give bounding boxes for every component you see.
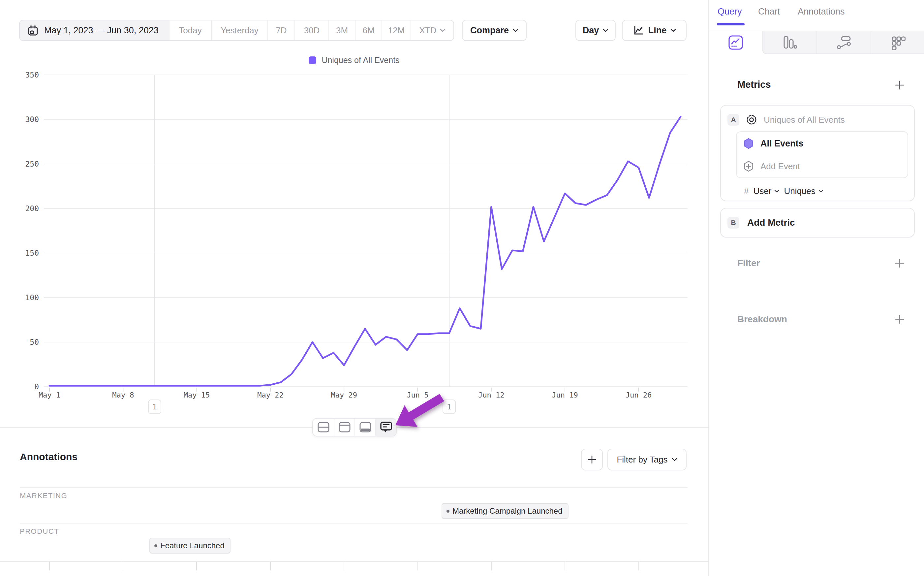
metrics-heading: Metrics: [737, 79, 771, 90]
aggregation-row: # User Uniques: [744, 186, 823, 196]
add-filter-plus-icon[interactable]: [894, 258, 905, 269]
view-flows-tab[interactable]: [817, 31, 871, 54]
plus-icon: [587, 454, 597, 464]
metric-a-name: Uniques of All Events: [764, 115, 845, 125]
filter-section-label: Filter: [737, 258, 760, 269]
annotation-dot-icon: [447, 510, 450, 513]
annotation-marker-badge[interactable]: 1: [442, 400, 456, 414]
insights-line-icon: [728, 35, 743, 50]
layout-panel-top-button[interactable]: [334, 419, 354, 436]
panel-top-icon: [338, 421, 351, 433]
line-chart[interactable]: 050100150200250300350May 1May 8May 15May…: [0, 0, 709, 416]
retention-dots-icon: [890, 35, 905, 50]
annotation-pill-marketing-campaign[interactable]: Marketing Campaign Launched: [442, 503, 568, 519]
svg-text:300: 300: [25, 115, 39, 124]
metric-a-header[interactable]: A Uniques of All Events: [728, 114, 845, 126]
metric-b-badge: B: [728, 217, 739, 229]
add-metric-label: Add Metric: [747, 218, 795, 228]
svg-text:Jun 26: Jun 26: [626, 391, 652, 399]
chevron-down-icon: [672, 458, 677, 461]
layout-comments-button[interactable]: [375, 419, 396, 436]
annotation-marker-badge[interactable]: 1: [148, 400, 161, 414]
chevron-down-icon: [774, 190, 779, 193]
tab-annotations[interactable]: Annotations: [798, 6, 845, 17]
tab-chart[interactable]: Chart: [758, 6, 780, 17]
aggregation-entity-dropdown[interactable]: User: [753, 186, 779, 196]
add-metric-plus-icon[interactable]: [894, 80, 905, 90]
active-tab-underline: [717, 23, 745, 26]
split-rows-icon: [317, 421, 330, 433]
metric-settings-gear-icon[interactable]: [745, 114, 758, 126]
add-event-row[interactable]: Add Event: [743, 160, 800, 172]
svg-text:May 29: May 29: [331, 391, 357, 399]
view-retention-tab[interactable]: [871, 31, 924, 54]
svg-text:May 8: May 8: [112, 391, 134, 399]
svg-text:200: 200: [25, 204, 39, 213]
svg-text:100: 100: [25, 293, 39, 302]
metric-b-card[interactable]: B Add Metric: [720, 208, 915, 238]
annotation-pill-feature-launched[interactable]: Feature Launched: [149, 538, 230, 554]
event-list-card: All Events Add Event: [736, 131, 908, 178]
annotations-timeline-ruler: [0, 561, 709, 576]
breakdown-section-label: Breakdown: [737, 314, 787, 325]
annotation-row-divider: [20, 487, 688, 488]
svg-text:350: 350: [25, 70, 39, 79]
panel-bottom-icon: [359, 421, 372, 433]
add-event-hexagon-plus-icon: [743, 160, 755, 172]
annotation-category-marketing: MARKETING: [20, 491, 67, 500]
add-annotation-button[interactable]: [581, 449, 603, 470]
chevron-down-icon: [819, 190, 823, 193]
bar-chart-icon: [782, 35, 797, 50]
svg-text:May 1: May 1: [38, 391, 61, 399]
svg-text:May 22: May 22: [257, 391, 283, 399]
annotation-category-product: PRODUCT: [20, 527, 59, 536]
view-insights-tab[interactable]: [709, 31, 763, 54]
count-symbol: #: [744, 186, 748, 196]
svg-text:May 15: May 15: [184, 391, 210, 399]
annotation-dot-icon: [154, 544, 157, 547]
add-breakdown-plus-icon[interactable]: [894, 314, 905, 325]
svg-text:Jun 5: Jun 5: [407, 391, 428, 399]
svg-text:Jun 19: Jun 19: [552, 391, 578, 399]
annotation-row-divider: [20, 523, 688, 523]
svg-text:50: 50: [30, 338, 39, 346]
event-row-all-events[interactable]: All Events: [743, 138, 804, 149]
view-bar-chart-tab[interactable]: [763, 31, 817, 54]
view-type-strip: [709, 31, 924, 54]
flows-icon: [836, 35, 851, 50]
layout-split-rows-button[interactable]: [313, 419, 334, 436]
aggregation-measure-dropdown[interactable]: Uniques: [784, 186, 823, 196]
svg-text:0: 0: [34, 382, 39, 391]
metric-a-badge: A: [728, 114, 739, 126]
svg-text:250: 250: [25, 160, 39, 168]
svg-text:Jun 12: Jun 12: [478, 391, 504, 399]
app-window: May 1, 2023 — Jun 30, 2023 Today Yesterd…: [0, 0, 924, 576]
event-hexagon-icon: [743, 138, 755, 149]
comment-bubble-icon: [380, 421, 393, 434]
metric-a-card: A Uniques of All Events All Events: [720, 105, 915, 201]
annotations-title: Annotations: [20, 451, 78, 462]
tab-query[interactable]: Query: [718, 6, 742, 17]
panel-layout-toggle-bar: [312, 418, 397, 437]
svg-text:150: 150: [25, 249, 39, 257]
filter-by-tags-button[interactable]: Filter by Tags: [607, 449, 686, 470]
layout-panel-bottom-button[interactable]: [354, 419, 375, 436]
query-sidebar: Query Chart Annotations: [709, 0, 924, 576]
